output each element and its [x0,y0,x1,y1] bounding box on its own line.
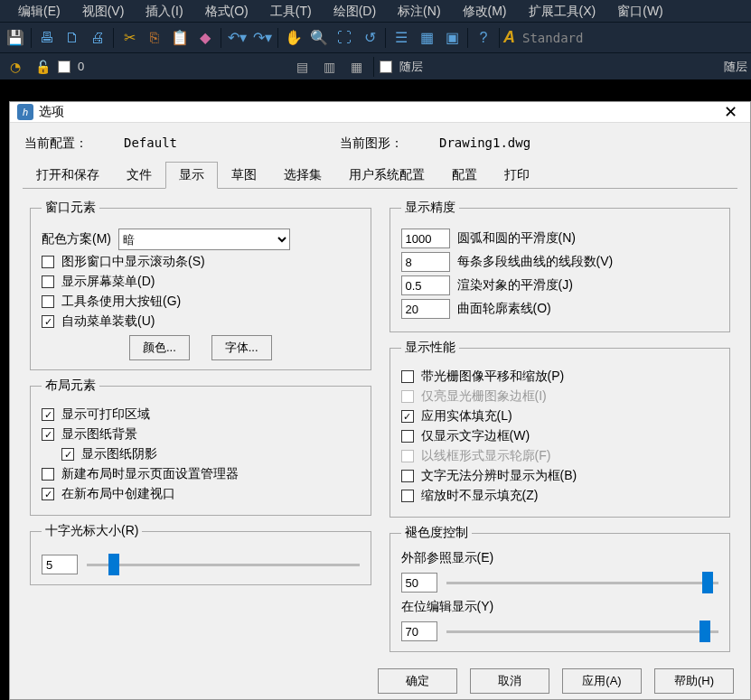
display-performance-legend: 显示性能 [401,340,459,356]
menu-modify[interactable]: 修改(M) [452,2,518,20]
text-legible-checkbox[interactable] [401,470,414,482]
xref-fade-input[interactable] [401,573,437,593]
menu-dimension[interactable]: 标注(N) [387,2,451,20]
render-smoothness-input[interactable] [401,275,450,295]
create-viewport-checkbox[interactable] [42,488,54,500]
properties-icon[interactable]: ☰ [390,26,413,50]
paper-shadow-checkbox[interactable] [61,448,74,461]
menu-extended[interactable]: 扩展工具(X) [518,2,607,20]
page-setup-checkbox[interactable] [42,468,54,481]
zoom-window-icon[interactable]: ⛶ [333,26,356,50]
preview-icon[interactable]: 🗋 [61,26,84,50]
pan-raster-checkbox[interactable] [401,370,414,383]
undo-icon[interactable]: ↶▾ [225,26,249,50]
arc-smoothness-input[interactable] [401,229,450,248]
inplace-fade-input[interactable] [401,621,437,641]
current-profile-value: Default [124,135,177,152]
cut-icon[interactable]: ✂ [117,26,141,50]
redo-icon[interactable]: ↷▾ [250,26,274,50]
auto-menu-checkbox[interactable] [42,315,54,328]
menu-draw[interactable]: 绘图(D) [323,2,387,20]
xref-fade-slider[interactable] [446,572,719,593]
current-profile-label: 当前配置： [24,135,124,152]
menu-window[interactable]: 窗口(W) [606,2,674,20]
contour-lines-input[interactable] [401,299,450,319]
textstyle-icon[interactable]: A [503,28,515,47]
paper-bg-checkbox[interactable] [42,428,54,441]
layer-manager-icon[interactable]: ▤ [290,55,314,79]
layer-filter-icon[interactable]: ▥ [317,55,341,79]
menu-tools[interactable]: 工具(T) [259,2,323,20]
crosshair-size-input[interactable] [42,555,78,574]
tab-drafting[interactable]: 草图 [218,162,270,189]
zoom-fill-checkbox[interactable] [401,490,414,502]
crosshair-slider[interactable] [87,554,360,575]
pan-icon[interactable]: ✋ [282,26,305,50]
layer-color-swatch[interactable] [58,61,70,73]
tab-files[interactable]: 文件 [113,162,165,189]
wireframe-checkbox [401,450,414,462]
help-icon[interactable]: ? [472,26,495,50]
matchprop-icon[interactable]: ◆ [193,26,217,50]
colors-button[interactable]: 颜色... [129,335,190,360]
printable-area-checkbox[interactable] [42,408,54,421]
tab-user[interactable]: 用户系统配置 [335,162,438,189]
right-column: 显示精度 圆弧和圆的平滑度(N) 每条多段线曲线的线段数(V) 渲染对象的平滑度… [390,200,731,652]
zoom-icon[interactable]: 🔍 [307,26,331,50]
save-icon[interactable]: 💾 [4,26,27,50]
menu-view[interactable]: 视图(V) [71,2,136,20]
menu-format[interactable]: 格式(O) [194,2,259,20]
layer-lock-icon[interactable]: 🔓 [31,55,54,79]
layer-states-icon[interactable]: ▦ [344,55,368,79]
color-scheme-select[interactable]: 暗 [118,229,290,250]
textstyle-name[interactable]: Standard [517,31,588,45]
tab-selection[interactable]: 选择集 [270,162,335,189]
paste-icon[interactable]: 📋 [168,26,192,50]
fade-control-group: 褪色度控制 外部参照显示(E) 在位编辑显示(Y) [390,525,731,652]
menu-insert[interactable]: 插入(I) [135,2,193,20]
cancel-button[interactable]: 取消 [470,668,549,694]
large-buttons-checkbox[interactable] [42,295,54,308]
plot-icon[interactable]: 🖨 [86,26,109,50]
solid-fill-checkbox[interactable] [401,410,414,423]
slider-thumb[interactable] [108,554,119,575]
screen-menu-checkbox[interactable] [42,275,54,288]
zoom-fill-label: 缩放时不显示填充(Z) [421,488,539,504]
slider-thumb[interactable] [702,572,713,593]
window-elements-legend: 窗口元素 [42,200,99,216]
close-icon[interactable]: ✕ [718,102,743,122]
apply-button[interactable]: 应用(A) [562,668,642,694]
toolpalette-icon[interactable]: ▣ [440,26,464,50]
tab-profiles[interactable]: 配置 [438,162,491,189]
text-frame-checkbox[interactable] [401,430,414,443]
print-icon[interactable]: 🖶 [35,26,59,50]
linetype-bylayer[interactable]: 随层 [724,59,747,75]
highlight-raster-label: 仅亮显光栅图象边框(I) [421,388,547,405]
scrollbars-checkbox[interactable] [42,256,54,268]
toolbar-separator [31,28,32,48]
color-swatch[interactable] [380,61,392,73]
copy-icon[interactable]: ⎘ [143,26,166,50]
layer-state-icon[interactable]: ◔ [4,55,27,79]
slider-thumb[interactable] [699,621,710,642]
inplace-fade-slider[interactable] [446,621,719,642]
tab-plot[interactable]: 打印 [491,162,543,189]
sheetset-icon[interactable]: ▦ [415,26,438,50]
toolbar-separator [277,28,278,48]
toolbar-separator [113,28,114,48]
text-legible-label: 文字无法分辨时显示为框(B) [421,468,577,484]
menu-edit[interactable]: 编辑(E) [7,2,71,20]
xref-fade-label: 外部参照显示(E) [401,550,719,566]
color-bylayer[interactable]: 随层 [399,59,423,75]
fonts-button[interactable]: 字体... [211,335,272,360]
toolbar-separator [385,28,386,48]
slider-track [446,630,719,633]
zoom-prev-icon[interactable]: ↺ [358,26,381,50]
ok-button[interactable]: 确定 [378,668,457,694]
layer-name[interactable]: 0 [78,60,84,73]
tab-display[interactable]: 显示 [165,162,218,189]
tab-open-save[interactable]: 打开和保存 [23,162,113,189]
segments-input[interactable] [401,252,450,272]
solid-fill-label: 应用实体填充(L) [421,408,512,425]
help-button[interactable]: 帮助(H) [654,668,734,694]
